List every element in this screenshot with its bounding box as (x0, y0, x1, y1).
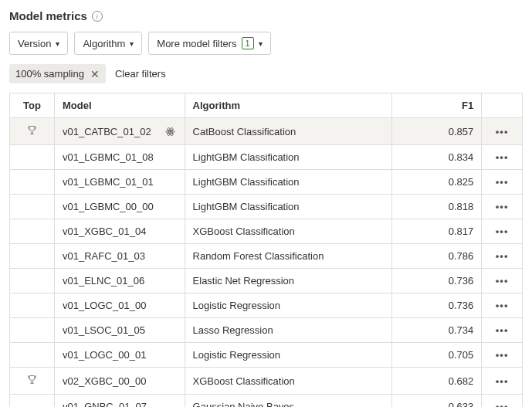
cell-algorithm: Random Forest Classification (185, 244, 392, 269)
svg-point-0 (170, 131, 171, 132)
table-row[interactable]: v01_LSOC_01_05Lasso Regression0.734••• (10, 318, 523, 343)
cell-model[interactable]: v01_LGBMC_01_01 (54, 170, 185, 195)
model-name: v01_CATBC_01_02 (63, 126, 151, 137)
cell-top (10, 118, 55, 145)
cell-algorithm: CatBoost Classification (185, 118, 392, 145)
cell-algorithm: Logistic Regression (185, 293, 392, 318)
sampling-chip[interactable]: 100% sampling ✕ (9, 64, 106, 83)
table-row[interactable]: v01_XGBC_01_04XGBoost Classification0.81… (10, 219, 523, 244)
table-row[interactable]: v01_LGBMC_00_00LightGBM Classification0.… (10, 195, 523, 219)
cell-actions: ••• (482, 318, 523, 343)
cell-model[interactable]: v01_LSOC_01_05 (54, 318, 185, 343)
more-actions-icon[interactable]: ••• (496, 126, 509, 137)
cell-f1: 0.705 (392, 343, 482, 368)
more-actions-icon[interactable]: ••• (496, 275, 509, 287)
table-row[interactable]: v01_ELNC_01_06Elastic Net Regression0.73… (10, 269, 523, 293)
cell-algorithm: Lasso Regression (185, 318, 392, 343)
cell-model[interactable]: v01_XGBC_01_04 (54, 219, 185, 244)
cell-algorithm: Gaussian Naive Bayes (185, 395, 392, 408)
cell-actions: ••• (482, 170, 523, 195)
cell-f1: 0.834 (392, 145, 482, 170)
col-header-algorithm[interactable]: Algorithm (185, 93, 392, 118)
table-row[interactable]: v01_LOGC_01_00Logistic Regression0.736••… (10, 293, 523, 318)
more-filters-count-badge: 1 (242, 37, 254, 49)
cell-algorithm: Elastic Net Regression (185, 269, 392, 293)
cell-f1: 0.818 (392, 195, 482, 219)
more-filters-button[interactable]: More model filters 1 ▾ (148, 32, 270, 55)
cell-model[interactable]: v02_XGBC_00_00 (54, 368, 185, 395)
cell-actions: ••• (482, 145, 523, 170)
cell-algorithm: LightGBM Classification (185, 195, 392, 219)
trophy-icon (26, 375, 38, 388)
cell-model[interactable]: v01_ELNC_01_06 (54, 269, 185, 293)
cell-top (10, 343, 55, 368)
sampling-chip-label: 100% sampling (15, 68, 84, 80)
chevron-down-icon: ▾ (259, 39, 263, 48)
cell-algorithm: XGBoost Classification (185, 368, 392, 395)
cell-top (10, 368, 55, 395)
trophy-icon (26, 126, 38, 138)
model-name: v01_LGBMC_00_00 (63, 201, 154, 212)
atom-icon[interactable] (164, 125, 177, 137)
more-actions-icon[interactable]: ••• (496, 250, 509, 262)
cell-actions: ••• (482, 368, 523, 395)
col-header-model[interactable]: Model (54, 93, 185, 118)
model-name: v01_XGBC_01_04 (63, 226, 146, 237)
version-filter-button[interactable]: Version ▾ (9, 32, 68, 55)
close-icon[interactable]: ✕ (90, 69, 100, 80)
cell-actions: ••• (482, 293, 523, 318)
cell-model[interactable]: v01_LGBMC_00_00 (54, 195, 185, 219)
model-name: v01_LSOC_01_05 (63, 324, 145, 336)
cell-actions: ••• (482, 343, 523, 368)
table-row[interactable]: v01_LGBMC_01_01LightGBM Classification0.… (10, 170, 523, 195)
more-actions-icon[interactable]: ••• (496, 151, 509, 163)
model-metrics-table: Top Model Algorithm F1 v01_CATBC_01_02Ca… (9, 93, 523, 407)
cell-top (10, 145, 55, 170)
more-filters-label: More model filters (157, 38, 236, 49)
cell-f1: 0.786 (392, 244, 482, 269)
cell-f1: 0.857 (392, 118, 482, 145)
table-row[interactable]: v02_XGBC_00_00XGBoost Classification0.68… (10, 368, 523, 395)
algorithm-filter-button[interactable]: Algorithm ▾ (74, 32, 142, 55)
table-row[interactable]: v01_LOGC_00_01Logistic Regression0.705••… (10, 343, 523, 368)
cell-f1: 0.825 (392, 170, 482, 195)
more-actions-icon[interactable]: ••• (496, 349, 509, 361)
cell-model[interactable]: v01_LGBMC_01_08 (54, 145, 185, 170)
cell-model[interactable]: v01_GNBC_01_07 (54, 395, 185, 408)
col-header-top[interactable]: Top (10, 93, 55, 118)
more-actions-icon[interactable]: ••• (496, 401, 509, 407)
cell-top (10, 244, 55, 269)
more-actions-icon[interactable]: ••• (496, 176, 509, 188)
cell-top (10, 170, 55, 195)
cell-algorithm: LightGBM Classification (185, 170, 392, 195)
chevron-down-icon: ▾ (130, 39, 134, 48)
model-name: v01_LOGC_01_00 (63, 300, 146, 311)
cell-f1: 0.682 (392, 368, 482, 395)
cell-top (10, 395, 55, 408)
more-actions-icon[interactable]: ••• (496, 375, 509, 387)
cell-top (10, 195, 55, 219)
info-icon[interactable]: i (92, 11, 103, 22)
cell-model[interactable]: v01_LOGC_00_01 (54, 343, 185, 368)
more-actions-icon[interactable]: ••• (496, 300, 509, 311)
cell-top (10, 293, 55, 318)
cell-algorithm: Logistic Regression (185, 343, 392, 368)
table-row[interactable]: v01_CATBC_01_02CatBoost Classification0.… (10, 118, 523, 145)
clear-filters-link[interactable]: Clear filters (115, 68, 166, 80)
more-actions-icon[interactable]: ••• (496, 201, 509, 212)
cell-model[interactable]: v01_LOGC_01_00 (54, 293, 185, 318)
cell-algorithm: LightGBM Classification (185, 145, 392, 170)
cell-model[interactable]: v01_CATBC_01_02 (54, 118, 185, 145)
table-row[interactable]: v01_GNBC_01_07Gaussian Naive Bayes0.633•… (10, 395, 523, 408)
cell-top (10, 318, 55, 343)
more-actions-icon[interactable]: ••• (496, 324, 509, 336)
table-row[interactable]: v01_RAFC_01_03Random Forest Classificati… (10, 244, 523, 269)
algorithm-filter-label: Algorithm (83, 38, 125, 49)
model-name: v01_GNBC_01_07 (63, 401, 147, 407)
cell-f1: 0.734 (392, 318, 482, 343)
more-actions-icon[interactable]: ••• (496, 226, 509, 237)
model-name: v01_ELNC_01_06 (63, 275, 144, 287)
table-row[interactable]: v01_LGBMC_01_08LightGBM Classification0.… (10, 145, 523, 170)
cell-model[interactable]: v01_RAFC_01_03 (54, 244, 185, 269)
col-header-f1[interactable]: F1 (392, 93, 482, 118)
